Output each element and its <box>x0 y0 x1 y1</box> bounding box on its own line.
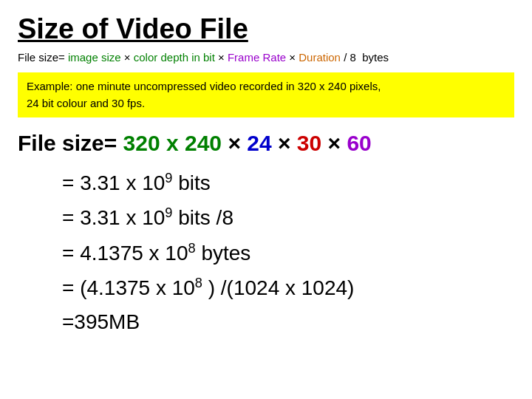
example-line1: Example: one minute uncompressed video r… <box>27 80 381 92</box>
filesize-label: File size= <box>18 131 123 155</box>
filesize-duration: 60 <box>347 131 371 155</box>
calc-line-2: = 3.31 x 109 bits /8 <box>62 205 514 230</box>
example-line2: 24 bit colour and 30 fps. <box>27 97 145 109</box>
calc-section: = 3.31 x 109 bits = 3.31 x 109 bits /8 =… <box>18 171 514 334</box>
filesize-framerate: 30 <box>297 131 321 155</box>
filesize-dimensions: 320 x 240 <box>123 131 222 155</box>
calc-line-5: =395MB <box>62 310 514 334</box>
formula-image-size: image size <box>68 51 121 64</box>
page-title: Size of Video File <box>18 13 514 45</box>
formula-line: File size= image size × color depth in b… <box>18 50 514 65</box>
filesize-colordepth: 24 <box>247 131 271 155</box>
calc-line-3: = 4.1375 x 108 bytes <box>62 241 514 265</box>
example-box: Example: one minute uncompressed video r… <box>18 72 514 117</box>
calc-line-4: = (4.1375 x 108 ) /(1024 x 1024) <box>62 276 514 300</box>
file-size-line: File size= 320 x 240 × 24 × 30 × 60 <box>18 131 514 156</box>
formula-prefix: File size= <box>18 51 68 64</box>
formula-frame-rate: Frame Rate <box>228 51 286 64</box>
formula-duration: Duration <box>299 51 341 64</box>
formula-color-depth: color depth in bit <box>134 51 215 64</box>
calc-line-1: = 3.31 x 109 bits <box>62 171 514 195</box>
